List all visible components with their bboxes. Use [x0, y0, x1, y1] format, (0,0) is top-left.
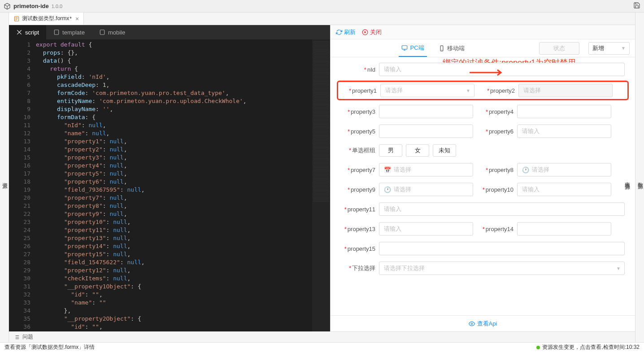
close-label: 关闭: [370, 28, 382, 36]
tab-template-label: template: [62, 29, 85, 36]
tab-mobile-label: mobile: [108, 29, 125, 36]
radio-option-female[interactable]: 女: [406, 144, 429, 157]
device-mobile-label: 移动端: [447, 44, 465, 52]
chevron-down-icon: ▼: [616, 266, 621, 271]
refresh-button[interactable]: 刷新: [336, 28, 356, 36]
tab-script[interactable]: script: [9, 25, 46, 39]
radio-option-unknown[interactable]: 未知: [433, 144, 456, 157]
radio-group: 男 女 未知: [379, 144, 456, 157]
select-property2: 请选择: [518, 84, 613, 97]
app-version: 1.0.0: [52, 4, 62, 9]
eye-icon: [469, 321, 475, 327]
editor-pane: script template mobile 1 2 3 4 5: [9, 25, 330, 331]
device-bar: PC端 移动端 状态 新增 ▼: [331, 39, 635, 57]
label-property13: property13: [348, 226, 375, 232]
list-icon: [13, 334, 20, 340]
select-property1[interactable]: 请选择▼: [380, 84, 474, 97]
input-nid[interactable]: 请输入: [379, 63, 625, 76]
label-property11: property11: [348, 206, 375, 213]
phone-icon: [439, 45, 445, 52]
state-select[interactable]: 状态: [539, 42, 579, 55]
select-dropdown[interactable]: 请选择下拉选择▼: [379, 262, 625, 275]
input-property4[interactable]: [517, 105, 611, 118]
app-name: primeton-ide: [13, 3, 49, 9]
label-property4: property4: [489, 108, 513, 115]
close-circle-icon: [362, 29, 368, 35]
svg-rect-1: [54, 30, 58, 35]
label-property9: property9: [351, 186, 375, 193]
problems-label: 问题: [22, 333, 33, 341]
label-dropdown: 下拉选择: [352, 265, 375, 271]
label-radio-group: 单选框组: [352, 147, 375, 154]
app-logo-icon: [4, 3, 11, 10]
tab-template[interactable]: template: [46, 25, 92, 39]
file-icon: [13, 16, 20, 22]
preview-pane: 刷新 关闭 PC端: [330, 25, 635, 331]
right-sidestrip-datasource[interactable]: 数据源: [636, 16, 644, 342]
view-api-label: 查看Api: [477, 320, 497, 328]
editor-tab-bar: script template mobile: [9, 25, 330, 39]
save-icon[interactable]: [633, 2, 640, 10]
close-button[interactable]: 关闭: [362, 28, 382, 36]
template-icon: [53, 29, 60, 35]
radio-option-male[interactable]: 男: [379, 144, 402, 157]
problems-panel-tab[interactable]: 问题: [9, 331, 635, 342]
file-tab-bar: 测试数据类型.formx* ×: [9, 13, 635, 25]
input-property13[interactable]: 请输入: [379, 222, 473, 236]
input-property6[interactable]: 请输入: [517, 124, 611, 138]
new-select-label: 新增: [592, 44, 604, 52]
input-property5[interactable]: [379, 124, 473, 138]
label-property5: property5: [351, 128, 375, 135]
highlight-annotation-box: *property1 请选择▼ *property2 请选择: [337, 81, 629, 100]
clock-icon: 🕐: [522, 167, 529, 173]
svg-rect-2: [100, 30, 104, 35]
mobile-icon: [99, 29, 105, 35]
script-icon: [16, 29, 22, 35]
chevron-down-icon: ▼: [466, 88, 470, 93]
left-sidestrip-resources[interactable]: 资源: [0, 13, 9, 342]
svg-rect-5: [440, 46, 443, 51]
view-api-button[interactable]: 查看Api: [331, 315, 635, 331]
label-property8: property8: [489, 167, 513, 173]
right-sidestrip: 数据源 离线资源: [635, 13, 644, 342]
refresh-icon: [336, 29, 342, 35]
form-preview: 绑定的过滤条件:property1为空时禁用 *nId 请输入 *propert…: [331, 57, 635, 315]
file-tab-name: 测试数据类型.formx: [22, 15, 69, 22]
label-property2: property2: [490, 87, 515, 94]
time-property8[interactable]: 🕐请选择: [517, 163, 611, 176]
refresh-label: 刷新: [344, 28, 356, 36]
status-bar: 查看资源「测试数据类型.formx」详情 资源发生变更，点击查看,检查时间:10…: [0, 342, 644, 352]
status-right[interactable]: 资源发生变更，点击查看,检查时间:10:32: [542, 343, 640, 351]
title-bar: primeton-ide 1.0.0: [0, 0, 644, 13]
svg-point-6: [471, 323, 473, 325]
input-property15[interactable]: [379, 242, 625, 255]
desktop-icon: [401, 45, 408, 51]
device-tab-pc[interactable]: PC端: [399, 39, 426, 57]
input-property3[interactable]: [379, 105, 473, 118]
tab-mobile[interactable]: mobile: [92, 25, 132, 39]
label-property15: property15: [348, 245, 375, 252]
date-property7[interactable]: 📅请选择: [379, 163, 473, 176]
minimap[interactable]: [312, 39, 330, 331]
label-property6: property6: [489, 128, 513, 135]
file-modified-indicator: *: [70, 16, 72, 22]
input-property14[interactable]: [517, 222, 611, 236]
calendar-icon: 📅: [384, 167, 391, 173]
svg-rect-4: [402, 45, 408, 49]
device-tab-mobile[interactable]: 移动端: [436, 39, 467, 57]
label-property10: property10: [486, 186, 513, 193]
code-editor[interactable]: 1 2 3 4 5 6 7 8 9 10 11 12 13 14 15 16 1…: [9, 39, 330, 331]
file-tab[interactable]: 测试数据类型.formx* ×: [9, 13, 84, 25]
status-dot-icon: [536, 346, 540, 349]
clock-icon: 🕐: [384, 186, 391, 193]
input-property10[interactable]: 请输入: [517, 183, 611, 196]
device-pc-label: PC端: [410, 44, 424, 52]
close-icon[interactable]: ×: [75, 15, 79, 22]
time-property9[interactable]: 🕐请选择: [379, 183, 473, 196]
label-nid: nId: [367, 66, 375, 73]
input-property11[interactable]: 请输入: [379, 202, 625, 216]
preview-toolbar: 刷新 关闭: [331, 25, 635, 39]
label-property7: property7: [351, 167, 375, 173]
status-left[interactable]: 查看资源「测试数据类型.formx」详情: [4, 343, 95, 351]
label-property1: property1: [352, 87, 377, 94]
